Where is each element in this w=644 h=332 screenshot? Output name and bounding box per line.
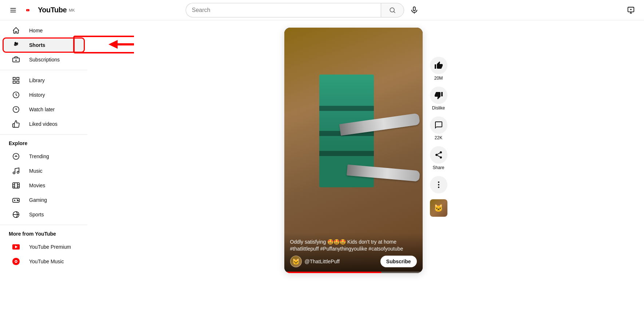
sidebar-item-gaming-label: Gaming <box>29 197 47 203</box>
share-label: Share <box>432 165 444 170</box>
watch-later-icon <box>12 105 20 114</box>
channel-info: 🐱 @ThatLittlePuff <box>290 256 340 267</box>
like-button[interactable] <box>430 57 447 74</box>
sidebar-item-liked-videos[interactable]: Liked videos <box>3 117 84 131</box>
library-icon <box>12 76 20 85</box>
search-container <box>186 3 404 17</box>
main-content: Oddly satisfying 🤩🤩🤩 Kids don't try at h… <box>87 20 644 332</box>
more-action[interactable] <box>430 176 447 193</box>
sidebar-item-watch-later[interactable]: Watch later <box>3 102 84 117</box>
sidebar-divider-1 <box>0 70 87 70</box>
sidebar-item-home[interactable]: Home <box>3 23 84 38</box>
sidebar-item-music[interactable]: Music <box>3 164 84 178</box>
sidebar-item-gaming[interactable]: Gaming <box>3 193 84 207</box>
dislike-action[interactable]: Dislike <box>430 87 447 111</box>
channel-name: @ThatLittlePuff <box>305 259 340 264</box>
sports-icon <box>12 210 20 219</box>
header-center <box>169 3 438 17</box>
sidebar-item-subscriptions-label: Subscriptions <box>29 57 60 63</box>
dislike-button[interactable] <box>430 87 447 104</box>
sidebar-item-liked-label: Liked videos <box>29 121 58 127</box>
short-video-area: Oddly satisfying 🤩🤩🤩 Kids don't try at h… <box>284 28 423 273</box>
header-right <box>624 3 638 17</box>
short-overlay: Oddly satisfying 🤩🤩🤩 Kids don't try at h… <box>284 233 423 273</box>
sidebar-item-library[interactable]: Library <box>3 73 84 88</box>
sidebar-item-sports-label: Sports <box>29 212 44 217</box>
header: YouTube MK <box>0 0 644 20</box>
create-button[interactable] <box>624 3 638 17</box>
svg-point-47 <box>438 181 439 183</box>
svg-rect-17 <box>17 81 19 83</box>
header-left: YouTube MK <box>6 3 75 17</box>
side-actions: 20M Dislike 22K <box>430 28 447 217</box>
subscriptions-icon <box>12 55 20 64</box>
logo-text: YouTube <box>38 6 67 14</box>
svg-point-37 <box>18 200 19 201</box>
svg-point-24 <box>13 172 15 174</box>
sidebar-item-youtube-premium[interactable]: YouTube Premium <box>3 240 84 254</box>
shorts-icon <box>12 41 20 49</box>
explore-section-title: Explore <box>0 137 87 149</box>
dislike-label: Dislike <box>432 105 445 111</box>
like-count: 20M <box>434 76 443 81</box>
premium-icon <box>12 243 20 251</box>
more-button[interactable] <box>430 176 447 193</box>
svg-rect-16 <box>17 77 19 80</box>
home-icon <box>12 26 20 35</box>
sidebar-item-movies[interactable]: Movies <box>3 178 84 193</box>
share-action[interactable]: Share <box>430 146 447 170</box>
gaming-icon <box>12 196 20 204</box>
youtube-logo[interactable]: YouTube MK <box>26 6 75 14</box>
search-button[interactable] <box>381 3 404 17</box>
svg-rect-26 <box>13 183 19 188</box>
sidebar-divider-3 <box>0 225 87 225</box>
liked-icon <box>12 120 20 128</box>
sidebar-item-trending[interactable]: Trending <box>3 149 84 164</box>
logo-badge: MK <box>69 8 75 12</box>
comments-count: 22K <box>435 135 442 140</box>
sidebar-item-trending-label: Trending <box>29 153 49 159</box>
svg-rect-15 <box>13 77 15 80</box>
next-short-thumbnail[interactable]: 🐱 <box>430 199 447 217</box>
sidebar-item-subscriptions[interactable]: Subscriptions <box>3 52 84 67</box>
short-title: Oddly satisfying 🤩🤩🤩 Kids don't try at h… <box>290 239 417 253</box>
svg-point-43 <box>15 261 17 262</box>
sidebar-item-youtube-music[interactable]: YouTube Music <box>3 254 84 269</box>
share-button[interactable] <box>430 146 447 164</box>
sidebar-item-music-label: Music <box>29 168 43 174</box>
yt-music-icon <box>12 257 20 266</box>
sidebar-item-movies-label: Movies <box>29 183 45 188</box>
progress-fill <box>284 272 381 273</box>
comments-action[interactable]: 22K <box>430 116 447 140</box>
sidebar-item-history-label: History <box>29 92 45 98</box>
sidebar-item-sports[interactable]: Sports <box>3 207 84 222</box>
sidebar-item-library-label: Library <box>29 77 45 83</box>
mic-button[interactable] <box>407 3 422 17</box>
sidebar-item-yt-music-label: YouTube Music <box>29 259 64 264</box>
subscribe-button[interactable]: Subscribe <box>380 256 417 267</box>
progress-bar <box>284 272 423 273</box>
svg-point-5 <box>390 8 394 12</box>
sidebar-item-shorts-label: Shorts <box>29 42 45 48</box>
hamburger-button[interactable] <box>6 3 20 17</box>
search-input[interactable] <box>186 3 381 17</box>
svg-rect-18 <box>13 81 15 83</box>
svg-point-48 <box>438 184 439 185</box>
shorts-container: Oddly satisfying 🤩🤩🤩 Kids don't try at h… <box>284 28 447 273</box>
short-channel: 🐱 @ThatLittlePuff Subscribe <box>290 256 417 267</box>
channel-avatar[interactable]: 🐱 <box>290 256 302 267</box>
svg-line-6 <box>394 11 395 13</box>
sidebar-item-premium-label: YouTube Premium <box>29 244 71 250</box>
more-section-title: More from YouTube <box>0 228 87 240</box>
comments-button[interactable] <box>430 116 447 134</box>
history-icon <box>12 91 20 99</box>
trending-icon <box>12 152 20 161</box>
sidebar-item-shorts[interactable]: Shorts <box>3 38 84 52</box>
sidebar-item-watch-later-label: Watch later <box>29 107 55 112</box>
sidebar-divider-2 <box>0 134 87 135</box>
svg-point-49 <box>438 187 439 188</box>
sidebar-item-history[interactable]: History <box>3 88 84 102</box>
movies-icon <box>12 181 20 190</box>
short-card[interactable]: Oddly satisfying 🤩🤩🤩 Kids don't try at h… <box>284 28 423 273</box>
like-action[interactable]: 20M <box>430 57 447 81</box>
